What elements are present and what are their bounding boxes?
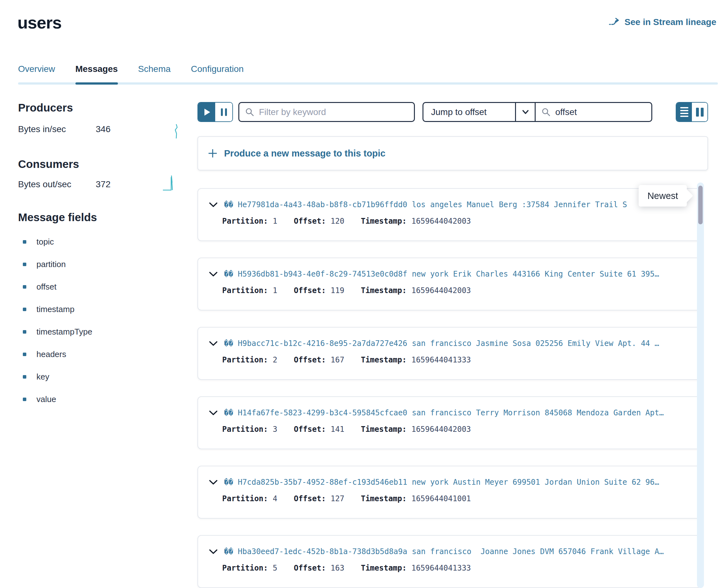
offset-value: 119	[331, 286, 344, 295]
offset-search-input[interactable]	[555, 107, 646, 117]
field-label: headers	[37, 350, 66, 359]
field-label: offset	[37, 282, 57, 292]
tabs: OverviewMessagesSchemaConfiguration	[18, 64, 244, 81]
newest-tooltip-label: Newest	[647, 191, 678, 201]
message-card: �� H5936db81-b943-4e0f-8c29-74513e0c0d8f…	[198, 257, 701, 311]
expand-chevron-icon[interactable]	[209, 410, 218, 416]
message-meta: Partition:1 Offset:119 Timestamp:1659644…	[198, 278, 700, 295]
message-card: �� Hba30eed7-1edc-452b-8b1a-738d3b5d8a9a…	[198, 535, 701, 588]
expand-chevron-icon[interactable]	[209, 202, 218, 208]
timestamp-label: Timestamp:	[361, 494, 407, 503]
message-meta: Partition:3 Offset:141 Timestamp:1659644…	[198, 417, 700, 434]
field-item-headers[interactable]: headers	[23, 343, 92, 365]
field-item-topic[interactable]: topic	[23, 231, 92, 253]
active-tab-indicator	[76, 82, 118, 85]
timestamp-value: 1659644042003	[411, 286, 471, 295]
offset-label: Offset:	[294, 286, 326, 295]
field-label: timestamp	[37, 304, 75, 314]
partition-label: Partition:	[222, 564, 268, 572]
chevron-down-icon	[522, 110, 529, 115]
message-meta: Partition:2 Offset:167 Timestamp:1659644…	[198, 348, 700, 364]
partition-value: 4	[273, 494, 277, 503]
timestamp-label: Timestamp:	[361, 564, 407, 572]
offset-search-box	[536, 102, 652, 122]
partition-value: 3	[273, 425, 277, 434]
field-item-timestampType[interactable]: timestampType	[23, 321, 92, 343]
message-meta: Partition:5 Offset:163 Timestamp:1659644…	[198, 556, 700, 572]
scrollbar-track[interactable]	[697, 183, 704, 588]
page-title: users	[17, 13, 61, 32]
select-chevron-box[interactable]	[515, 103, 535, 121]
partition-value: 1	[273, 286, 277, 295]
message-meta: Partition:1 Offset:120 Timestamp:1659644…	[198, 209, 700, 226]
tab-schema[interactable]: Schema	[138, 64, 171, 81]
live-consume-toggle	[198, 102, 233, 122]
field-bullet-icon	[23, 353, 26, 356]
field-bullet-icon	[23, 262, 26, 266]
plus-icon	[208, 148, 218, 159]
list-view-icon	[680, 107, 688, 117]
field-label: value	[37, 395, 56, 404]
timestamp-value: 1659644041333	[411, 564, 471, 572]
produce-message-button[interactable]: Produce a new message to this topic	[198, 136, 708, 170]
filter-keyword-input[interactable]	[259, 107, 408, 117]
jump-to-offset-select[interactable]: Jump to offset	[422, 102, 536, 122]
column-view-button[interactable]	[692, 103, 707, 121]
offset-label: Offset:	[294, 217, 326, 226]
message-fields-heading: Message fields	[18, 211, 97, 224]
offset-value: 141	[331, 425, 344, 434]
message-meta: Partition:4 Offset:127 Timestamp:1659644…	[198, 487, 700, 503]
partition-label: Partition:	[222, 494, 268, 503]
consumers-stat-row: Bytes out/sec 372	[18, 179, 170, 189]
message-fields-list: topic partition offset timestamp timesta…	[23, 231, 92, 411]
field-label: timestampType	[37, 327, 92, 337]
message-key: �� H14fa67fe-5823-4299-b3c4-595845cfcae0…	[224, 408, 691, 417]
bytes-in-sparkline	[174, 123, 179, 141]
search-icon	[541, 107, 551, 117]
pause-button[interactable]	[215, 103, 232, 121]
field-item-timestamp[interactable]: timestamp	[23, 298, 92, 321]
partition-value: 5	[273, 564, 277, 572]
field-item-key[interactable]: key	[23, 365, 92, 388]
bytes-in-label: Bytes in/sec	[18, 124, 96, 134]
column-view-icon	[696, 108, 699, 117]
timestamp-value: 1659644041001	[411, 494, 471, 503]
stream-lineage-link[interactable]: See in Stream lineage	[608, 17, 716, 27]
expand-chevron-icon[interactable]	[209, 480, 218, 485]
message-card: �� H7cda825b-35b7-4952-88ef-c193d546eb11…	[198, 466, 701, 519]
offset-label: Offset:	[294, 425, 326, 434]
message-key: �� H9bacc71c-b12c-4216-8e95-2a7da727e426…	[224, 339, 691, 348]
timestamp-label: Timestamp:	[361, 217, 407, 226]
field-bullet-icon	[23, 285, 26, 289]
timestamp-value: 1659644042003	[411, 425, 471, 434]
stream-lineage-icon	[608, 17, 621, 27]
produce-message-label: Produce a new message to this topic	[224, 148, 386, 159]
play-button[interactable]	[198, 103, 215, 121]
offset-value: 120	[331, 217, 344, 226]
offset-label: Offset:	[294, 494, 326, 503]
timestamp-value: 1659644041333	[411, 355, 471, 364]
field-label: key	[37, 372, 49, 382]
producers-stat-row: Bytes in/sec 346	[18, 124, 170, 134]
field-bullet-icon	[23, 330, 26, 334]
tab-overview[interactable]: Overview	[18, 64, 55, 81]
list-view-button[interactable]	[676, 103, 692, 121]
message-card: �� He77981da-4a43-48ab-b8f8-cb71b96ffdd0…	[198, 188, 701, 241]
expand-chevron-icon[interactable]	[209, 549, 218, 554]
tab-messages[interactable]: Messages	[76, 64, 118, 81]
expand-chevron-icon[interactable]	[209, 341, 218, 346]
message-card: �� H14fa67fe-5823-4299-b3c4-595845cfcae0…	[198, 396, 701, 449]
bytes-out-value: 372	[96, 179, 110, 189]
field-bullet-icon	[23, 308, 26, 311]
expand-chevron-icon[interactable]	[209, 272, 218, 277]
play-icon	[204, 109, 210, 115]
tab-configuration[interactable]: Configuration	[191, 64, 244, 81]
bytes-out-sparkline	[162, 174, 178, 193]
message-key: �� H5936db81-b943-4e0f-8c29-74513e0c0d8f…	[224, 270, 691, 278]
field-item-partition[interactable]: partition	[23, 253, 92, 276]
field-item-offset[interactable]: offset	[23, 276, 92, 298]
timestamp-label: Timestamp:	[361, 425, 407, 434]
field-item-value[interactable]: value	[23, 388, 92, 411]
offset-label: Offset:	[294, 564, 326, 572]
scrollbar-thumb[interactable]	[698, 186, 703, 224]
